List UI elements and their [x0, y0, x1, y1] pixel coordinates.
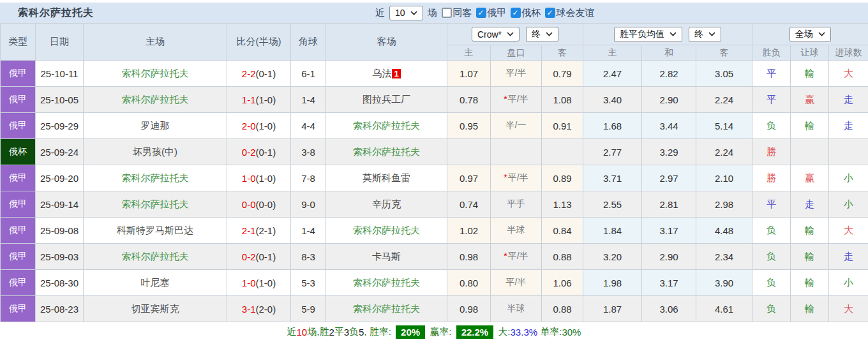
filter-checkbox[interactable]: 俄甲: [476, 7, 507, 19]
filter-checkbox[interactable]: 球会友谊: [545, 7, 595, 19]
score-cell: 2-1(2-1): [227, 218, 291, 244]
handicap-text: 平手: [507, 198, 525, 209]
league-type-cell: 俄甲: [1, 113, 36, 139]
result-cell: 勝: [752, 165, 791, 191]
match-table-body: 俄甲 25-10-11 索科尔萨拉托夫 2-2(0-1) 6-1 乌法1 1.0…: [1, 61, 868, 322]
bookmaker-time-select[interactable]: 终: [526, 27, 558, 42]
avg-draw-cell: 2.90: [642, 244, 696, 270]
match-row: 俄甲 25-09-20 索科尔萨拉托夫 1-0(1-0) 7-8 莫斯科鱼雷 0…: [1, 165, 868, 191]
bookmaker-select-group: Crow* 终: [447, 24, 583, 45]
odds-home-cell: 0.97: [447, 165, 491, 191]
avg-away-cell: 2.98: [696, 191, 752, 218]
average-time-select[interactable]: 终: [689, 27, 721, 42]
checkbox-icon[interactable]: [511, 8, 521, 18]
away-team-cell: 索科尔萨拉托夫: [326, 218, 447, 244]
checkbox-icon[interactable]: [442, 8, 452, 18]
summary-segment: 大:: [495, 326, 510, 338]
bookmaker-select[interactable]: Crow*: [472, 27, 520, 41]
corner-cell: 1-4: [291, 87, 326, 113]
handicap-cell: 平/半: [491, 270, 542, 296]
odds-away-cell: 0.88: [542, 296, 583, 322]
away-team-cell: 索科尔萨拉托夫: [326, 296, 447, 322]
checkbox-icon[interactable]: [476, 8, 486, 18]
match-row: 俄甲 25-09-29 罗迪那 2-0(1-0) 4-4 索科尔萨拉托夫 0.9…: [1, 113, 868, 139]
result-cell: 负: [752, 244, 791, 270]
odds-home-cell: 0.95: [447, 113, 491, 139]
subheader-goals: 进球数: [829, 45, 868, 61]
home-team-cell: 索科尔萨拉托夫: [84, 244, 227, 270]
summary-segment: 30%: [562, 327, 581, 338]
odds-home-cell: 0.78: [447, 87, 491, 113]
odds-home-cell: 1.07: [447, 61, 491, 87]
chevron-down-icon: [507, 32, 514, 36]
star-marker: *: [504, 94, 507, 104]
goals-result-cell: 小: [829, 270, 868, 296]
away-team-name: 辛历克: [372, 198, 401, 209]
avg-away-cell: 2.24: [696, 139, 752, 165]
summary-segment: 22.2%: [456, 325, 494, 339]
odds-away-cell: 1.08: [542, 87, 583, 113]
league-type-cell: 俄甲: [1, 244, 36, 270]
goals-result-cell: 小: [829, 191, 868, 218]
score-cell: 1-1(1-0): [227, 87, 291, 113]
chevron-down-icon: [546, 32, 553, 36]
date-cell: 25-09-24: [36, 139, 84, 165]
league-type-cell: 俄甲: [1, 218, 36, 244]
date-cell: 25-10-11: [36, 61, 84, 87]
summary-segment: 场,胜: [307, 326, 329, 338]
goals-result-cell: [829, 139, 868, 165]
avg-home-cell: 1.84: [583, 218, 642, 244]
filter-checkbox[interactable]: 俄杯: [511, 7, 541, 19]
average-odds-select[interactable]: 胜平负均值: [614, 27, 682, 42]
subheader-odds-home: 主: [447, 45, 491, 61]
avg-home-cell: 3.40: [583, 87, 642, 113]
home-team-cell: 切亚宾斯克: [84, 296, 227, 322]
fulltime-score: 1-1: [242, 94, 256, 105]
result-cell: 负: [752, 218, 791, 244]
handicap-cell: 平手: [491, 191, 542, 218]
halftime-score: (2-0): [256, 304, 276, 315]
star-marker: *: [504, 172, 507, 182]
match-row: 俄甲 25-10-11 索科尔萨拉托夫 2-2(0-1) 6-1 乌法1 1.0…: [1, 61, 868, 87]
matches-label: 场: [428, 7, 437, 19]
away-team-name: 图拉兵工厂: [363, 94, 410, 105]
score-cell: 0-2(0-1): [227, 139, 291, 165]
checkbox-icon[interactable]: [545, 8, 555, 18]
odds-home-cell: [447, 139, 491, 165]
handicap-cell: 半/一: [491, 113, 542, 139]
avg-draw-cell: 3.17: [642, 270, 696, 296]
handicap-text: 平/半: [506, 68, 527, 78]
avg-away-cell: 2.34: [696, 244, 752, 270]
away-team-name: 索科尔萨拉托夫: [353, 277, 420, 288]
away-team-cell: 索科尔萨拉托夫: [326, 139, 447, 165]
halftime-score: (1-0): [256, 173, 276, 184]
date-cell: 25-09-03: [36, 244, 84, 270]
near-label: 近: [375, 7, 385, 19]
chevron-down-icon: [818, 32, 825, 36]
handicap-cell: *平/半: [491, 244, 542, 270]
handicap-result-cell: 赢: [791, 87, 829, 113]
league-type-cell: 俄杯: [1, 139, 36, 165]
home-team-name: 罗迪那: [141, 120, 170, 131]
home-team-cell: 罗迪那: [84, 113, 227, 139]
page-title: 索科尔萨拉托夫: [18, 6, 94, 20]
subheader-handicap-result: 让球: [791, 45, 829, 61]
home-team-cell: 索科尔萨拉托夫: [84, 61, 227, 87]
col-header-corner: 角球: [291, 24, 326, 61]
date-cell: 25-09-14: [36, 191, 84, 218]
scope-select[interactable]: 全场: [789, 27, 831, 42]
filter-label: 同客: [453, 7, 472, 19]
avg-home-cell: 1.68: [583, 113, 642, 139]
summary-segment: 10: [297, 327, 308, 338]
avg-home-cell: 1.87: [583, 296, 642, 322]
match-count-select[interactable]: 10: [389, 6, 423, 20]
summary-segment: 20%: [396, 325, 425, 339]
corner-cell: 9-0: [291, 191, 326, 218]
filter-checkbox[interactable]: 同客: [442, 7, 472, 19]
handicap-cell: *平/半: [491, 165, 542, 191]
halftime-score: (0-1): [256, 68, 276, 79]
home-team-cell: 索科尔萨拉托夫: [84, 191, 227, 218]
away-team-cell: 辛历克: [326, 191, 447, 218]
odds-away-cell: 0.84: [542, 218, 583, 244]
away-team-cell: 莫斯科鱼雷: [326, 165, 447, 191]
